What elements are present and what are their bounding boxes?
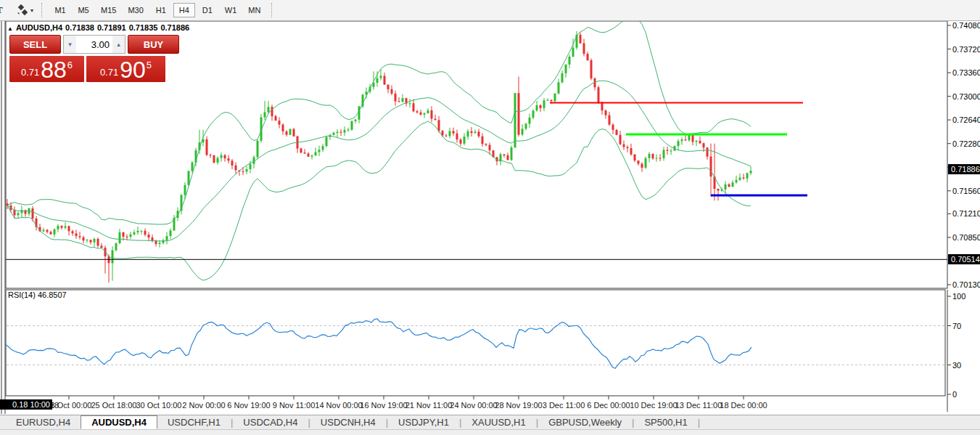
bid-price-button[interactable]: 0.71 88 6 — [9, 56, 84, 82]
chart-ohlc-title: ▲AUDUSD,H40.718380.718910.718350.71886 — [7, 23, 192, 32]
tab-eurusd[interactable]: EURUSD,H4 — [6, 415, 81, 429]
price-axis-label: 0.74080 — [952, 21, 980, 30]
time-axis-label: 21 Nov 11:00 — [405, 401, 453, 410]
tab-sp500[interactable]: SP500,H1 — [634, 415, 697, 429]
tf-button-h1[interactable]: H1 — [150, 3, 172, 17]
bid-price-big: 88 — [41, 59, 67, 81]
timeframe-toolbar: M1M5M15M30H1H4D1W1MN — [49, 3, 266, 17]
price-axis-label: 0.71210 — [952, 209, 980, 218]
tab-usdcad[interactable]: USDCAD,H4 — [233, 415, 308, 429]
time-axis-label: 3 Dec 11:00 — [543, 401, 585, 410]
tf-button-d1[interactable]: D1 — [197, 3, 218, 17]
rsi-axis-label: 70 — [952, 322, 961, 330]
time-axis-label: 16 Nov 19:00 — [360, 401, 407, 410]
sell-button[interactable]: SELL — [9, 35, 61, 54]
volume-spinner: ▾ ▴ — [63, 35, 125, 54]
price-axis-label: 0.73720 — [952, 45, 980, 54]
volume-input[interactable] — [76, 36, 112, 53]
toolbar-separator — [271, 3, 273, 17]
time-cursor-badge: 0.18 10:00 — [0, 399, 52, 410]
tab-audusd[interactable]: AUDUSD,H4 — [81, 415, 157, 429]
rsi-axis-label: 30 — [952, 361, 961, 370]
rsi-axis-label: 0 — [952, 390, 957, 399]
tf-button-m5[interactable]: M5 — [73, 3, 94, 17]
tf-button-h4[interactable]: H4 — [173, 3, 195, 17]
time-axis-label: 30 Oct 10:00 — [136, 401, 182, 410]
tab-usdjpy[interactable]: USDJPY,H1 — [388, 415, 459, 429]
bollinger-lower — [7, 121, 751, 280]
ask-price-button[interactable]: 0.71 90 5 — [86, 56, 165, 82]
ohlc-high: 0.71891 — [97, 23, 126, 32]
tab-usdcnh[interactable]: USDCNH,H4 — [310, 415, 386, 429]
price-axis-label: 0.72280 — [952, 139, 980, 148]
tab-usdchf[interactable]: USDCHF,H1 — [157, 415, 231, 429]
price-axis-label: 0.73000 — [952, 92, 980, 101]
time-axis-label: 24 Nov 00:00 — [450, 401, 497, 410]
chevron-down-icon: ▾ — [30, 7, 33, 14]
rsi-line — [6, 319, 752, 368]
time-axis-label: 28 Nov 19:00 — [495, 401, 542, 410]
text-tool-icon[interactable]: T — [0, 2, 9, 18]
mt4-window: { "icons": { "collapse_triangle": "▲", "… — [0, 0, 980, 435]
buy-button[interactable]: BUY — [128, 35, 179, 54]
time-axis-label: 2 Nov 00:00 — [182, 401, 225, 410]
collapse-panel-icon[interactable]: ▲ — [7, 25, 13, 32]
symbol-timeframe-label: AUDUSD,H4 — [16, 23, 62, 32]
volume-decrease-button[interactable]: ▾ — [64, 36, 76, 53]
ask-price-big: 90 — [120, 59, 146, 81]
tab-separator: | — [698, 415, 700, 429]
ohlc-close: 0.71886 — [160, 23, 189, 32]
time-axis-label: 23 Oct 00:00 — [46, 401, 92, 410]
hline-price-badge: 0.70514 — [948, 254, 980, 264]
price-axis-label: 0.72640 — [952, 115, 980, 124]
toolbar-separator — [41, 3, 44, 17]
top-toolbar: T ▾ M1M5M15M30H1H4D1W1MN — [0, 0, 980, 21]
time-axis-label: 6 Nov 19:00 — [227, 401, 270, 410]
time-axis-label: 13 Dec 11:00 — [675, 401, 722, 410]
time-axis-label: 18 Dec 00:00 — [720, 401, 767, 410]
time-axis-label: 10 Dec 19:00 — [630, 401, 677, 410]
price-axis-label: 0.73360 — [952, 68, 980, 77]
tf-button-mn[interactable]: MN — [243, 3, 265, 17]
chart-shift-tool-icon[interactable]: ▾ — [13, 2, 36, 18]
double-diamond-icon — [16, 4, 29, 16]
time-axis-label: 14 Nov 00:00 — [315, 401, 362, 410]
time-axis-label: 25 Oct 18:00 — [91, 401, 137, 410]
price-axis-label: 0.70850 — [952, 233, 980, 242]
current-price-badge: 0.71886 — [948, 164, 980, 174]
price-axis-label: 0.71560 — [952, 187, 980, 195]
status-strip — [0, 429, 980, 435]
ohlc-open: 0.71838 — [65, 23, 94, 32]
tf-button-m15[interactable]: M15 — [96, 3, 121, 17]
bid-price-pip: 6 — [67, 60, 73, 70]
ask-price-pip: 5 — [147, 60, 152, 70]
one-click-trading-panel: SELL ▾ ▴ BUY 0.71 88 6 0.71 90 5 — [9, 35, 179, 82]
tf-button-m30[interactable]: M30 — [123, 3, 148, 17]
ohlc-low: 0.71835 — [129, 23, 158, 32]
volume-increase-button[interactable]: ▴ — [112, 36, 125, 53]
rsi-pane-border — [6, 290, 945, 396]
ask-price-prefix: 0.71 — [100, 67, 118, 78]
bid-price-prefix: 0.71 — [21, 67, 39, 78]
time-axis-label: 9 Nov 11:00 — [273, 401, 316, 410]
tf-button-w1[interactable]: W1 — [220, 3, 242, 17]
tab-xauusd[interactable]: XAUUSD,H1 — [461, 415, 535, 429]
rsi-axis-label: 100 — [952, 292, 965, 301]
chart-tab-bar: EURUSD,H4AUDUSD,H4USDCHF,H1|USDCAD,H4|US… — [0, 415, 980, 429]
tf-button-m1[interactable]: M1 — [49, 3, 71, 17]
tab-gbpusd[interactable]: GBPUSD,Weekly — [538, 415, 632, 429]
time-axis-label: 6 Dec 00:00 — [587, 401, 630, 410]
rsi-indicator-label: RSI(14) 46.8507 — [8, 290, 67, 299]
price-axis-label: 0.70130 — [952, 280, 980, 289]
